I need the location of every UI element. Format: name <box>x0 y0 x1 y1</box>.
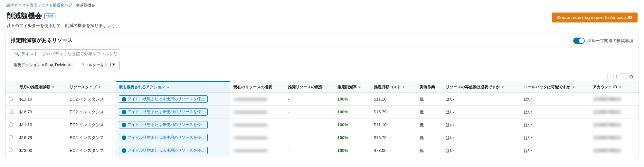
recommended-summary-cell: - <box>285 144 334 157</box>
radio-cell[interactable] <box>5 93 16 106</box>
col-monthly-cost[interactable]: 推定月額コスト ▼ <box>371 82 416 93</box>
action-info-icon: i <box>122 123 126 127</box>
chip-label: 推奨アクション = Stop, Delete <box>14 62 66 68</box>
clear-filter-button[interactable]: フィルターをクリア <box>77 61 120 69</box>
extra-cell <box>632 119 639 131</box>
savings-table: 毎月の推定削減額 ▼ リソースタイプ ▼ 最も推奨されるアクション <box>5 81 639 157</box>
reduction-rate-cell: 100% <box>334 131 371 144</box>
pagination-current: 1 <box>616 75 618 79</box>
pagination-next[interactable]: › <box>620 74 626 80</box>
page-title: 削減額機会 <box>6 11 42 21</box>
radio-cell[interactable] <box>5 131 16 144</box>
recommended-action-cell: iアイドル状態または未使用のリソースを停止 <box>116 106 230 119</box>
search-icon: 🔍 <box>14 51 19 56</box>
radio-cell[interactable] <box>5 144 16 157</box>
panel-header: 推定削減額があるリソース グループ関連の推奨事項 <box>5 33 639 47</box>
recommended-action-cell: iアイドル状態または未使用のリソースを停止 <box>116 144 230 157</box>
info-badge[interactable]: 情報 <box>44 13 55 19</box>
row-radio-4[interactable] <box>9 148 13 152</box>
monthly-savings-cell: $16.79 <box>16 131 66 144</box>
extra-cell <box>632 106 639 119</box>
monthly-cost-cell: $16.79 <box>371 131 416 144</box>
restart-required-cell: はい <box>442 106 521 119</box>
action-text: アイドル状態または未使用のリソースを停止 <box>128 135 205 140</box>
sort-icon-restart: ▼ <box>501 85 504 89</box>
recommended-action-cell: iアイドル状態または未使用のリソースを停止 <box>116 131 230 144</box>
table-row[interactable]: $16.79EC2 インスタンスiアイドル状態または未使用のリソースを停止i-x… <box>5 131 639 144</box>
action-info-icon: i <box>122 136 126 140</box>
group-toggle[interactable] <box>573 38 585 44</box>
account-id-cell: 123456789012 <box>590 119 632 131</box>
panel-title: 推定削減額があるリソース <box>11 37 72 44</box>
filter-chip-action: 推奨アクション = Stop, Delete ✕ <box>11 61 74 69</box>
breadcrumb-link-hub[interactable]: コスト最適化ハブ <box>41 3 72 8</box>
table-settings-button[interactable]: ⚙ <box>629 74 633 80</box>
search-input[interactable] <box>21 51 117 56</box>
sort-icon-savings: ▼ <box>52 85 55 89</box>
col-implementation: 実装作業 <box>416 82 443 93</box>
account-id-cell: 123456789012 <box>590 131 632 144</box>
implementation-cell: 低 <box>416 93 443 106</box>
reduction-rate-cell: 100% <box>334 106 371 119</box>
rollback-possible-cell: はい <box>521 119 590 131</box>
restart-required-cell: はい <box>442 119 521 131</box>
row-radio-3[interactable] <box>9 135 13 139</box>
action-text: アイドル状態または未使用のリソースを停止 <box>128 109 205 115</box>
table-row[interactable]: $11.10EC2 インスタンスiアイドル状態または未使用のリソースを停止i-x… <box>5 93 639 106</box>
col-recommended-action[interactable]: 最も推奨されるアクション ▲ <box>116 82 230 93</box>
chip-close-button[interactable]: ✕ <box>68 63 71 67</box>
rollback-possible-cell: はい <box>521 144 590 157</box>
reduction-rate-cell: 100% <box>334 144 371 157</box>
toggle-label: グループ関連の推奨事項 <box>587 38 633 44</box>
table-body: $11.10EC2 インスタンスiアイドル状態または未使用のリソースを停止i-x… <box>5 93 639 157</box>
create-export-button[interactable]: Create recurring export to Amazon S3 <box>552 13 638 22</box>
col-rollback[interactable]: ロールバックは可能ですか ▼ <box>521 82 590 93</box>
reduction-rate-cell: 100% <box>334 119 371 131</box>
account-id-cell: 123456789012 <box>590 144 632 157</box>
row-radio-1[interactable] <box>9 110 13 114</box>
col-monthly-savings[interactable]: 毎月の推定削減額 ▼ <box>16 82 66 93</box>
action-text: アイドル状態または未使用のリソースを停止 <box>128 96 205 102</box>
current-summary-cell: i-xxxxxxxxxxxxxxx <box>230 131 284 144</box>
resource-type-cell: EC2 インスタンス <box>66 106 116 119</box>
reduction-rate-cell: 100% <box>334 93 371 106</box>
breadcrumb-link-billing[interactable]: 請求とコスト管理 <box>6 3 37 8</box>
action-text: アイドル状態または未使用のリソースを停止 <box>128 122 205 127</box>
recommended-summary-cell: - <box>285 131 334 144</box>
table-row[interactable]: $73.00EC2 インスタンスiアイドル状態または未使用のリソースを停止i-x… <box>5 144 639 157</box>
action-info-icon: i <box>122 97 126 101</box>
col-account-id[interactable]: アカウント ID ▼ <box>590 82 632 93</box>
extra-cell <box>632 93 639 106</box>
pagination-prev[interactable]: ‹ <box>607 74 614 80</box>
row-radio-2[interactable] <box>9 122 13 127</box>
current-summary-cell: i-xxxxxxxxxxxxxxx <box>230 93 284 106</box>
col-resource-type[interactable]: リソースタイプ ▼ <box>66 82 116 93</box>
filter-chips: 推奨アクション = Stop, Delete ✕ フィルターをクリア <box>11 61 633 69</box>
sort-icon-cost: ▼ <box>402 85 405 89</box>
pagination: ‹ 1 › <box>607 74 626 80</box>
resource-type-cell: EC2 インスタンス <box>66 131 116 144</box>
implementation-cell: 低 <box>416 119 443 131</box>
rollback-possible-cell: はい <box>521 106 590 119</box>
table-row[interactable]: $16.79EC2 インスタンスiアイドル状態または未使用のリソースを停止i-x… <box>5 106 639 119</box>
radio-cell[interactable] <box>5 106 16 119</box>
table-row[interactable]: $11.10EC2 インスタンスiアイドル状態または未使用のリソースを停止i-x… <box>5 119 639 131</box>
col-current-summary: 現在のリソースの概要 <box>230 82 284 93</box>
radio-cell[interactable] <box>5 119 16 131</box>
col-reduction-rate[interactable]: 推定削減率 ▼ <box>334 82 371 93</box>
search-box[interactable]: 🔍 <box>11 49 120 58</box>
monthly-savings-cell: $16.79 <box>16 106 66 119</box>
breadcrumb-sep-2: › <box>73 4 75 7</box>
breadcrumb: 請求とコスト管理 › コスト最適化ハブ › 削減額機会 <box>0 0 644 9</box>
row-radio-0[interactable] <box>9 97 13 101</box>
col-extra <box>632 82 639 93</box>
col-recommended-summary: 推奨リソースの概要 <box>285 82 334 93</box>
filter-bar: 🔍 推奨アクション = Stop, Delete ✕ フィルターをクリア <box>5 47 639 72</box>
page-header: 削減額機会 情報 以下のフィルターを使用して、削減の機会を探りましょう。 Cre… <box>0 9 644 33</box>
current-summary-cell: i-xxxxxxxxxxxxxxx <box>230 144 284 157</box>
monthly-savings-cell: $11.10 <box>16 93 66 106</box>
col-restart-required[interactable]: リソースの再起動は必要ですか ▼ <box>442 82 521 93</box>
monthly-savings-cell: $73.00 <box>16 144 66 157</box>
recommended-summary-cell: - <box>285 106 334 119</box>
breadcrumb-current: 削減額機会 <box>76 3 95 8</box>
